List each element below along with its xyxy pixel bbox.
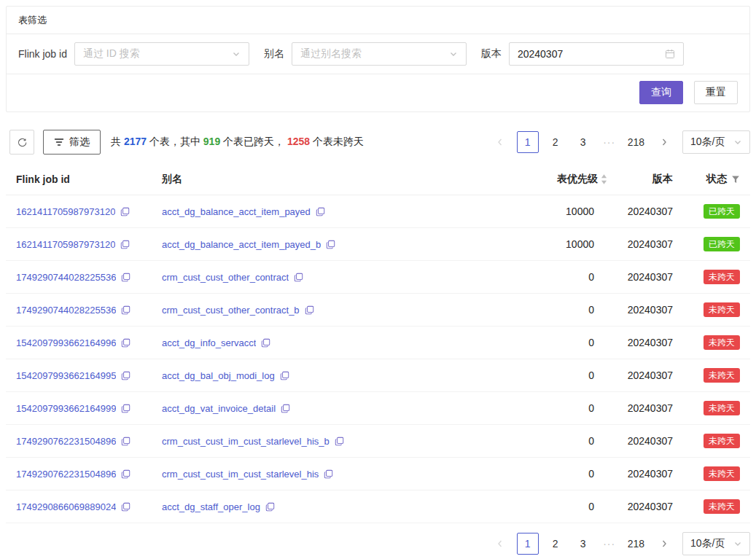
alias-link[interactable]: acct_dg_info_servacct xyxy=(162,337,256,348)
job-id-link[interactable]: 1749290744028225536 xyxy=(16,305,116,316)
job-id-link[interactable]: 1621411705987973120 xyxy=(16,206,115,217)
alias-link[interactable]: crm_cust_cust_other_contract_b xyxy=(162,305,300,316)
col-header-priority[interactable]: 表优先级 xyxy=(505,173,607,186)
status-badge: 已跨天 xyxy=(704,204,740,219)
page-size-select[interactable]: 10条/页 xyxy=(682,532,750,555)
copy-icon[interactable] xyxy=(280,371,289,380)
copy-icon[interactable] xyxy=(121,338,130,348)
copy-icon[interactable] xyxy=(121,305,130,315)
priority-value: 0 xyxy=(505,402,607,414)
copy-icon[interactable] xyxy=(305,305,314,315)
job-id-link[interactable]: 1749290744028225536 xyxy=(16,272,116,283)
copy-icon[interactable] xyxy=(326,240,335,249)
job-id-cell: 1542097993662164999 xyxy=(16,403,162,414)
alias-link[interactable]: crm_cust_cust_other_contract xyxy=(162,272,289,283)
page-size-value: 10条/页 xyxy=(690,136,725,149)
copy-icon[interactable] xyxy=(281,404,290,413)
job-id-link[interactable]: 1621411705987973120 xyxy=(16,239,115,250)
page-button-3[interactable]: 3 xyxy=(572,533,594,555)
page-size-select[interactable]: 10条/页 xyxy=(682,130,750,154)
page-button-last[interactable]: 218 xyxy=(625,533,647,555)
job-id-link[interactable]: 1749290866069889024 xyxy=(16,501,116,512)
page-button-2[interactable]: 2 xyxy=(545,131,566,153)
flink-job-id-select[interactable]: 通过 ID 搜索 xyxy=(74,42,249,66)
page-button-3[interactable]: 3 xyxy=(572,131,594,153)
copy-icon[interactable] xyxy=(294,273,303,282)
copy-icon[interactable] xyxy=(121,404,130,413)
col-header-alias: 别名 xyxy=(162,173,505,186)
filter-toggle-button[interactable]: 筛选 xyxy=(43,130,101,155)
copy-icon[interactable] xyxy=(120,207,130,216)
table-row: 1749290866069889024 acct_dg_staff_oper_l… xyxy=(6,490,750,523)
job-id-link[interactable]: 1542097993662164995 xyxy=(16,370,116,381)
version-value: 20240307 xyxy=(607,337,673,348)
copy-icon[interactable] xyxy=(121,273,130,282)
copy-icon[interactable] xyxy=(121,437,130,446)
sort-icon[interactable] xyxy=(601,174,607,184)
pagination-bottom: 1 2 3 ··· 218 xyxy=(489,533,675,555)
page-button-2[interactable]: 2 xyxy=(545,533,566,555)
job-id-link[interactable]: 1542097993662164996 xyxy=(16,337,116,348)
status-cell: 未跨天 xyxy=(673,270,740,284)
total-count: 2177 xyxy=(124,136,147,147)
job-id-cell: 1621411705987973120 xyxy=(16,239,162,250)
alias-cell: acct_dg_vat_invoice_detail xyxy=(162,403,505,414)
page-button-1[interactable]: 1 xyxy=(517,131,539,153)
job-id-cell: 1542097993662164995 xyxy=(16,370,162,381)
priority-value: 0 xyxy=(505,435,607,447)
version-value: 20240307 xyxy=(607,206,673,217)
alias-label: 别名 xyxy=(264,47,284,60)
status-badge: 未跨天 xyxy=(704,368,740,383)
alias-link[interactable]: acct_dg_staff_oper_log xyxy=(162,501,260,512)
reset-button[interactable]: 重置 xyxy=(694,81,738,104)
query-button[interactable]: 查询 xyxy=(639,81,683,104)
next-page-button[interactable] xyxy=(653,131,675,153)
copy-icon[interactable] xyxy=(265,502,275,512)
alias-cell: acct_dg_balance_acct_item_payed_b xyxy=(162,239,505,250)
version-label: 版本 xyxy=(481,47,502,60)
pagination-top: 1 2 3 ··· 218 xyxy=(489,131,675,153)
alias-link[interactable]: acct_dg_balance_acct_item_payed_b xyxy=(162,239,321,250)
job-id-link[interactable]: 1749290762231504896 xyxy=(16,469,116,480)
alias-select[interactable]: 通过别名搜索 xyxy=(292,42,467,66)
flink-job-id-placeholder: 通过 ID 搜索 xyxy=(83,47,140,60)
status-badge: 未跨天 xyxy=(704,499,740,514)
table-header: Flink job id 别名 表优先级 版本 状态 xyxy=(6,163,750,195)
copy-icon[interactable] xyxy=(120,240,130,249)
next-page-button[interactable] xyxy=(653,533,675,555)
summary-seg: 个表未跨天 xyxy=(310,136,364,147)
copy-icon[interactable] xyxy=(121,502,130,512)
job-id-cell: 1749290866069889024 xyxy=(16,501,162,512)
crossed-count: 919 xyxy=(203,136,220,147)
status-cell: 已跨天 xyxy=(673,237,740,251)
version-date-input[interactable]: 20240307 xyxy=(509,42,684,66)
copy-icon[interactable] xyxy=(335,437,344,446)
job-id-link[interactable]: 1749290762231504896 xyxy=(16,436,116,447)
job-id-cell: 1749290762231504896 xyxy=(16,469,162,480)
filter-card: 表筛选 Flink job id 通过 ID 搜索 别名 通过别名搜索 xyxy=(6,6,750,112)
alias-link[interactable]: crm_cust_cust_im_cust_starlevel_his_b xyxy=(162,436,330,447)
alias-link[interactable]: crm_cust_cust_im_cust_starlevel_his xyxy=(162,469,319,480)
prev-page-button[interactable] xyxy=(489,533,511,555)
filter-funnel-icon[interactable] xyxy=(731,175,740,184)
job-id-cell: 1621411705987973120 xyxy=(16,206,162,217)
copy-icon[interactable] xyxy=(261,338,270,348)
filter-lines-icon xyxy=(54,137,64,147)
page-button-1[interactable]: 1 xyxy=(517,533,539,555)
status-cell: 未跨天 xyxy=(673,335,740,350)
alias-link[interactable]: acct_dg_bal_obj_modi_log xyxy=(162,370,275,381)
alias-link[interactable]: acct_dg_vat_invoice_detail xyxy=(162,403,276,414)
copy-icon[interactable] xyxy=(121,371,130,380)
copy-icon[interactable] xyxy=(324,469,333,479)
table-row: 1621411705987973120 acct_dg_balance_acct… xyxy=(6,195,750,228)
chevron-down-icon xyxy=(232,50,241,58)
job-id-link[interactable]: 1542097993662164999 xyxy=(16,403,116,414)
refresh-button[interactable] xyxy=(9,130,34,155)
copy-icon[interactable] xyxy=(316,207,325,216)
alias-cell: crm_cust_cust_im_cust_starlevel_his xyxy=(162,469,505,480)
alias-link[interactable]: acct_dg_balance_acct_item_payed xyxy=(162,206,311,217)
copy-icon[interactable] xyxy=(121,469,130,479)
page-button-last[interactable]: 218 xyxy=(625,131,647,153)
chevron-down-icon xyxy=(449,50,458,58)
prev-page-button[interactable] xyxy=(489,131,511,153)
